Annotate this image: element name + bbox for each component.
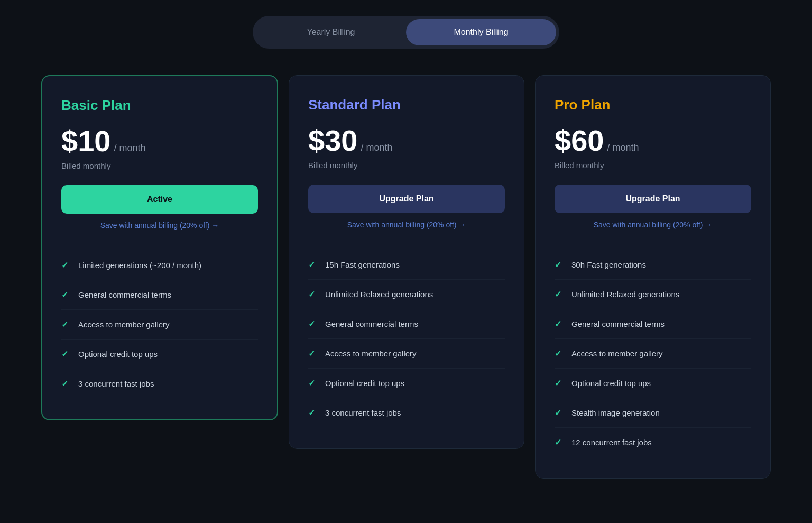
features-list: ✓ 15h Fast generations ✓ Unlimited Relax… bbox=[308, 250, 505, 427]
price-amount: $60 bbox=[555, 126, 604, 155]
price-row: $60 / month bbox=[555, 126, 751, 155]
check-icon: ✓ bbox=[308, 348, 318, 359]
monthly-billing-button[interactable]: Monthly Billing bbox=[406, 19, 556, 45]
feature-text: 3 concurrent fast jobs bbox=[78, 379, 154, 388]
check-icon: ✓ bbox=[555, 319, 564, 329]
check-icon: ✓ bbox=[61, 349, 71, 359]
feature-item: ✓ Optional credit top ups bbox=[555, 369, 751, 398]
feature-item: ✓ 30h Fast generations bbox=[555, 250, 751, 280]
check-icon: ✓ bbox=[61, 260, 71, 270]
feature-text: Access to member gallery bbox=[325, 349, 417, 358]
check-icon: ✓ bbox=[308, 260, 318, 270]
feature-text: 3 concurrent fast jobs bbox=[325, 408, 401, 417]
upgrade-button[interactable]: Upgrade Plan bbox=[555, 185, 751, 213]
feature-text: Optional credit top ups bbox=[571, 379, 651, 388]
check-icon: ✓ bbox=[308, 378, 318, 388]
feature-item: ✓ General commercial terms bbox=[61, 280, 258, 310]
check-icon: ✓ bbox=[61, 379, 71, 389]
feature-text: Access to member gallery bbox=[571, 349, 663, 358]
price-amount: $30 bbox=[308, 126, 357, 155]
plan-card-standard: Standard Plan $30 / month Billed monthly… bbox=[289, 75, 524, 449]
price-amount: $10 bbox=[61, 126, 110, 156]
plan-name: Pro Plan bbox=[555, 97, 751, 113]
feature-text: General commercial terms bbox=[325, 319, 418, 328]
feature-item: ✓ Access to member gallery bbox=[308, 339, 505, 369]
feature-text: Unlimited Relaxed generations bbox=[325, 290, 433, 299]
feature-text: General commercial terms bbox=[571, 319, 665, 328]
upgrade-button[interactable]: Upgrade Plan bbox=[308, 185, 505, 213]
yearly-billing-button[interactable]: Yearly Billing bbox=[256, 19, 406, 45]
check-icon: ✓ bbox=[308, 408, 318, 418]
price-row: $10 / month bbox=[61, 126, 258, 156]
feature-item: ✓ Limited generations (~200 / month) bbox=[61, 251, 258, 280]
check-icon: ✓ bbox=[555, 289, 564, 299]
feature-text: 12 concurrent fast jobs bbox=[571, 438, 652, 447]
check-icon: ✓ bbox=[61, 319, 71, 329]
features-list: ✓ 30h Fast generations ✓ Unlimited Relax… bbox=[555, 250, 751, 457]
feature-item: ✓ General commercial terms bbox=[308, 309, 505, 339]
billed-text: Billed monthly bbox=[308, 161, 505, 170]
check-icon: ✓ bbox=[555, 437, 564, 447]
feature-item: ✓ General commercial terms bbox=[555, 309, 751, 339]
feature-text: Stealth image generation bbox=[571, 408, 660, 417]
plan-card-basic: Basic Plan $10 / month Billed monthly Ac… bbox=[41, 75, 278, 420]
features-list: ✓ Limited generations (~200 / month) ✓ G… bbox=[61, 251, 258, 398]
feature-item: ✓ Unlimited Relaxed generations bbox=[308, 280, 505, 309]
feature-item: ✓ Optional credit top ups bbox=[61, 340, 258, 369]
feature-item: ✓ Access to member gallery bbox=[61, 310, 258, 340]
check-icon: ✓ bbox=[61, 290, 71, 300]
check-icon: ✓ bbox=[555, 348, 564, 359]
feature-item: ✓ Unlimited Relaxed generations bbox=[555, 280, 751, 309]
price-row: $30 / month bbox=[308, 126, 505, 155]
feature-item: ✓ 3 concurrent fast jobs bbox=[61, 369, 258, 398]
check-icon: ✓ bbox=[555, 378, 564, 388]
feature-text: 15h Fast generations bbox=[325, 260, 400, 269]
plan-card-pro: Pro Plan $60 / month Billed monthly Upgr… bbox=[535, 75, 771, 479]
save-annual-link[interactable]: Save with annual billing (20% off) → bbox=[555, 221, 751, 229]
check-icon: ✓ bbox=[555, 260, 564, 270]
billed-text: Billed monthly bbox=[61, 161, 258, 170]
active-button[interactable]: Active bbox=[61, 185, 258, 214]
price-period: / month bbox=[361, 142, 392, 153]
plan-name: Basic Plan bbox=[61, 97, 258, 114]
feature-text: Limited generations (~200 / month) bbox=[78, 261, 201, 270]
feature-item: ✓ Optional credit top ups bbox=[308, 369, 505, 398]
feature-item: ✓ 12 concurrent fast jobs bbox=[555, 428, 751, 457]
feature-text: Unlimited Relaxed generations bbox=[571, 290, 679, 299]
save-annual-link[interactable]: Save with annual billing (20% off) → bbox=[308, 221, 505, 229]
feature-text: Access to member gallery bbox=[78, 320, 170, 329]
plan-name: Standard Plan bbox=[308, 97, 505, 113]
save-annual-link[interactable]: Save with annual billing (20% off) → bbox=[61, 221, 258, 230]
feature-item: ✓ 15h Fast generations bbox=[308, 250, 505, 280]
price-period: / month bbox=[114, 143, 145, 154]
plans-container: Basic Plan $10 / month Billed monthly Ac… bbox=[41, 75, 771, 479]
check-icon: ✓ bbox=[308, 289, 318, 299]
billed-text: Billed monthly bbox=[555, 161, 751, 170]
check-icon: ✓ bbox=[555, 408, 564, 418]
feature-item: ✓ 3 concurrent fast jobs bbox=[308, 398, 505, 427]
feature-item: ✓ Access to member gallery bbox=[555, 339, 751, 369]
feature-text: Optional credit top ups bbox=[78, 350, 158, 359]
feature-text: 30h Fast generations bbox=[571, 260, 646, 269]
feature-text: Optional credit top ups bbox=[325, 379, 404, 388]
price-period: / month bbox=[607, 142, 639, 153]
feature-text: General commercial terms bbox=[78, 290, 171, 299]
billing-toggle: Yearly Billing Monthly Billing bbox=[253, 16, 559, 49]
feature-item: ✓ Stealth image generation bbox=[555, 398, 751, 428]
check-icon: ✓ bbox=[308, 319, 318, 329]
